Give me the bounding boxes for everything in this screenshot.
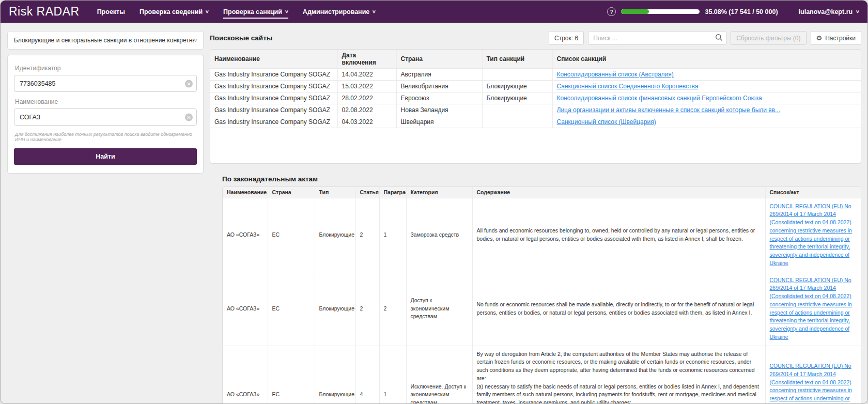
- name-field-wrap: ✕: [14, 108, 197, 126]
- nav-label: Проверка санкций: [223, 8, 282, 15]
- sanction-list-link[interactable]: Консолидированный список (Австралия): [557, 71, 674, 78]
- column-header[interactable]: Наименование: [210, 50, 337, 69]
- cell-act-link: COUNCIL REGULATION (EU) No 269/2014 of 1…: [765, 198, 861, 272]
- cell-content: By way of derogation from Article 2, the…: [472, 346, 765, 403]
- nav-item-data-check[interactable]: Проверка сведений ∨: [140, 4, 209, 20]
- column-header[interactable]: Страна: [396, 50, 482, 69]
- cell-article: 4: [355, 346, 379, 403]
- cell-date: 28.02.2022: [337, 92, 396, 104]
- cell-type: Блокирующие: [315, 346, 355, 403]
- identifier-label: Идентификатор: [15, 65, 196, 72]
- cell-sanction-type: Блокирующие: [482, 92, 552, 104]
- clear-icon[interactable]: ✕: [185, 80, 193, 87]
- acts-table-card: Наименование Страна Тип Статья Параграф …: [222, 187, 861, 403]
- rows-count-button[interactable]: Строк: 6: [549, 31, 584, 45]
- column-header[interactable]: Тип санкций: [482, 50, 552, 69]
- cell-category: Заморозка средств: [406, 198, 472, 272]
- cell-sanction-type: Блокирующие: [482, 81, 552, 92]
- sanction-type-select[interactable]: Блокирующие и секторальные санкции в отн…: [7, 31, 204, 50]
- cell-name: АО «СОГАЗ»: [223, 198, 268, 272]
- sanction-list-link[interactable]: Лица организации и активы включенные в с…: [557, 106, 781, 114]
- cell-name: АО «СОГАЗ»: [223, 346, 268, 403]
- act-link[interactable]: COUNCIL REGULATION (EU) No 269/2014 of 1…: [770, 203, 852, 266]
- column-header[interactable]: Параграф: [379, 187, 406, 198]
- progress-fill: [621, 9, 648, 14]
- cell-country: Великобритания: [396, 81, 482, 92]
- column-header[interactable]: Дата включения: [337, 50, 396, 69]
- act-link[interactable]: COUNCIL REGULATION (EU) No 269/2014 of 1…: [770, 277, 852, 340]
- chevron-down-icon: ∨: [372, 9, 376, 14]
- nav-item-projects[interactable]: Проекты: [97, 4, 125, 20]
- acts-section-title: По законадательным актам: [222, 175, 861, 183]
- acts-section: По законадательным актам Наименование Ст…: [222, 175, 861, 403]
- sites-table-card: Наименование Дата включения Страна Тип с…: [210, 49, 861, 164]
- column-header[interactable]: Статья: [355, 187, 379, 198]
- column-header[interactable]: Категория: [406, 187, 472, 198]
- nav-label: Проекты: [97, 8, 125, 15]
- cell-content: All funds and economic resources belongi…: [472, 198, 765, 272]
- cell-sanction-list: Санкционный список (Швейцария): [552, 116, 861, 128]
- act-link[interactable]: COUNCIL REGULATION (EU) No 269/2014 of 1…: [770, 363, 852, 403]
- cell-article: 2: [355, 272, 379, 346]
- cell-type: Блокирующие: [315, 272, 355, 346]
- table-toolbar: Строк: 6 Сбросить фильтры (0) ⚙ Настройк…: [549, 31, 861, 45]
- name-input[interactable]: [14, 108, 197, 126]
- cell-country: Новая Зеландия: [396, 104, 482, 116]
- identifier-input[interactable]: [14, 75, 197, 92]
- settings-button[interactable]: ⚙ Настройки: [811, 31, 862, 45]
- search-icon: [715, 34, 723, 43]
- cell-sanction-type: [482, 69, 552, 81]
- app-logo: Risk RADAR: [9, 5, 80, 19]
- cell-sanction-type: [482, 104, 552, 116]
- clear-icon[interactable]: ✕: [185, 113, 193, 121]
- column-header[interactable]: Список/акт: [765, 187, 861, 198]
- sanction-type-value: Блокирующие и секторальные санкции в отн…: [14, 37, 194, 44]
- settings-label: Настройки: [825, 35, 856, 42]
- table-row: АО «СОГАЗ» ЕС Блокирующие 2 1 Заморозка …: [223, 198, 861, 272]
- top-navigation-bar: Risk RADAR Проекты Проверка сведений ∨ П…: [1, 1, 867, 23]
- name-label: Наименование: [15, 98, 196, 105]
- acts-table-body: АО «СОГАЗ» ЕС Блокирующие 2 1 Заморозка …: [223, 198, 861, 403]
- identifier-field-wrap: ✕: [14, 75, 197, 92]
- nav-item-administration[interactable]: Администрирование ∨: [303, 4, 376, 20]
- cell-paragraph: 2: [379, 272, 406, 346]
- nav-label: Проверка сведений: [140, 8, 203, 15]
- cell-sanction-list: Консолидированный список (Австралия): [552, 69, 861, 81]
- find-button[interactable]: Найти: [14, 148, 197, 165]
- cell-name: Gas Industry Insurance Company SOGAZ: [210, 81, 337, 92]
- user-email: iulanova@kept.ru: [799, 8, 853, 15]
- sites-section-title: Поисковые сайты: [210, 34, 272, 42]
- sanction-list-link[interactable]: Консолидированный список финансовых санк…: [557, 95, 762, 102]
- cell-country: ЕС: [268, 346, 315, 403]
- cell-country: Австралия: [396, 69, 482, 81]
- column-header[interactable]: Тип: [315, 187, 355, 198]
- cell-country: Швейцария: [396, 116, 482, 128]
- sanction-list-link[interactable]: Санкционный список Соединенного Королевс…: [557, 83, 699, 90]
- sanction-list-link[interactable]: Санкционный список (Швейцария): [557, 118, 656, 126]
- nav-item-sanctions-check[interactable]: Проверка санкций ∨: [223, 4, 288, 20]
- table-search-input[interactable]: [588, 31, 726, 45]
- help-icon[interactable]: ?: [607, 7, 616, 16]
- column-header[interactable]: Наименование: [223, 187, 268, 198]
- acts-table: Наименование Страна Тип Статья Параграф …: [223, 187, 861, 403]
- cell-paragraph: 1: [379, 198, 406, 272]
- user-menu[interactable]: iulanova@kept.ru ∨: [799, 8, 859, 15]
- acts-table-header-row: Наименование Страна Тип Статья Параграф …: [223, 187, 861, 198]
- cell-article: 2: [355, 198, 379, 272]
- column-header[interactable]: Страна: [268, 187, 315, 198]
- reset-filters-button[interactable]: Сбросить фильтры (0): [731, 31, 806, 45]
- sites-table-body: Gas Industry Insurance Company SOGAZ 14.…: [210, 69, 861, 128]
- filter-sidebar: Блокирующие и секторальные санкции в отн…: [7, 31, 204, 403]
- column-header[interactable]: Список санкций: [552, 50, 861, 69]
- table-row: Gas Industry Insurance Company SOGAZ 28.…: [210, 92, 861, 104]
- header-status-area: ? 35.08% (17 541 / 50 000) iulanova@kept…: [607, 7, 859, 16]
- column-header[interactable]: Содержание: [472, 187, 765, 198]
- search-filter-card: Идентификатор ✕ Наименование ✕ Для дости…: [7, 55, 204, 174]
- search-hint: Для достижения наиболее точных результат…: [15, 132, 196, 142]
- cell-date: 02.08.2022: [337, 104, 396, 116]
- gear-icon: ⚙: [816, 34, 823, 42]
- cell-country: ЕС: [268, 272, 315, 346]
- main-nav: Проекты Проверка сведений ∨ Проверка сан…: [97, 4, 376, 20]
- page-content: Блокирующие и секторальные санкции в отн…: [1, 23, 867, 403]
- cell-date: 04.03.2022: [337, 116, 396, 128]
